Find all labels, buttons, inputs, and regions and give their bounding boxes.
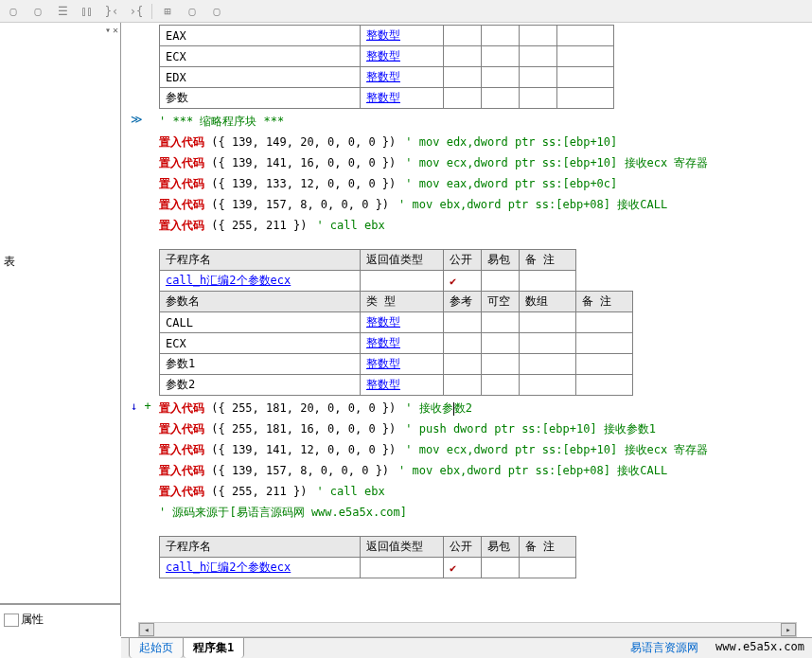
- tb-icon[interactable]: ›{: [127, 3, 146, 20]
- checkmark-icon: ✔: [444, 271, 482, 292]
- tb-icon[interactable]: }‹: [102, 3, 121, 20]
- panel-label: 表: [4, 254, 15, 270]
- type-link[interactable]: 整数型: [366, 357, 400, 370]
- footer: 易语言资源网 www.e5a5x.com: [630, 640, 804, 656]
- table-row: 参数2整数型: [160, 375, 633, 396]
- tab-program-set[interactable]: 程序集1: [183, 637, 244, 658]
- code-editor[interactable]: EAX整数型ECX整数型EDX整数型参数整数型 ≫ ' *** 缩略程序块 **…: [121, 23, 812, 636]
- tb-icon[interactable]: ⫿⫿: [78, 3, 97, 20]
- tb-icon[interactable]: ☰: [53, 3, 72, 20]
- code-line[interactable]: 置入代码 ({ 139, 141, 12, 0, 0, 0 })' mov ec…: [159, 439, 812, 460]
- subroutine-name-link[interactable]: call_h汇编2个参数ecx: [166, 274, 291, 287]
- tab-start[interactable]: 起始页: [129, 637, 184, 658]
- code-line[interactable]: 置入代码 ({ 139, 157, 8, 0, 0, 0 })' mov ebx…: [159, 460, 812, 481]
- tb-icon[interactable]: ▢: [183, 3, 202, 20]
- toolbar: ▢ ▢ ☰ ⫿⫿ }‹ ›{ ⊞ ▢ ▢: [0, 0, 812, 23]
- type-link[interactable]: 整数型: [366, 70, 400, 83]
- horizontal-scrollbar[interactable]: ◂ ▸: [138, 622, 797, 637]
- code-line[interactable]: 置入代码 ({ 255, 211 })' call ebx: [159, 215, 812, 236]
- type-link[interactable]: 整数型: [366, 315, 400, 329]
- table-row: EDX整数型: [160, 67, 614, 88]
- scroll-right-icon[interactable]: ▸: [781, 623, 796, 636]
- footer-site-name: 易语言资源网: [630, 640, 698, 656]
- source-comment: ' 源码来源于[易语言源码网 www.e5a5x.com]: [159, 502, 812, 523]
- type-link[interactable]: 整数型: [366, 49, 400, 62]
- subroutine-name-link[interactable]: call_h汇编2个参数ecx: [166, 560, 291, 574]
- tb-icon[interactable]: ▢: [4, 3, 23, 20]
- tb-icon[interactable]: ▢: [207, 3, 226, 20]
- properties-tab[interactable]: 属性: [0, 604, 120, 634]
- footer-url: www.e5a5x.com: [715, 640, 804, 656]
- expand-icon[interactable]: +: [144, 400, 150, 413]
- tb-icon[interactable]: ⊞: [158, 3, 177, 20]
- table-row: CALL整数型: [160, 312, 633, 333]
- code-line[interactable]: 置入代码 ({ 139, 149, 20, 0, 0, 0 })' mov ed…: [159, 132, 812, 152]
- table-row: ECX整数型: [160, 333, 633, 354]
- type-link[interactable]: 整数型: [366, 378, 400, 391]
- current-line-icon: ↓: [131, 400, 137, 413]
- code-line[interactable]: 置入代码 ({ 139, 133, 12, 0, 0, 0 })' mov ea…: [159, 173, 812, 194]
- code-line[interactable]: 置入代码 ({ 139, 157, 8, 0, 0, 0 })' mov ebx…: [159, 194, 812, 215]
- code-line[interactable]: 置入代码 ({ 139, 141, 16, 0, 0, 0 })' mov ec…: [159, 152, 812, 173]
- panel-min-icon[interactable]: ▾: [105, 25, 111, 35]
- checkmark-icon: ✔: [444, 558, 482, 578]
- code-line[interactable]: 置入代码 ({ 255, 181, 20, 0, 0, 0 })' 接收参数2: [159, 398, 812, 418]
- properties-icon: [4, 614, 19, 627]
- table-row: EAX整数型: [160, 26, 614, 46]
- table-row: 参数整数型: [160, 88, 614, 109]
- code-line[interactable]: 置入代码 ({ 255, 181, 16, 0, 0, 0 })' push d…: [159, 418, 812, 439]
- type-link[interactable]: 整数型: [366, 28, 400, 42]
- separator: [151, 4, 152, 19]
- left-panel: ▾ ✕ 表 属性: [0, 23, 121, 636]
- scroll-left-icon[interactable]: ◂: [139, 623, 154, 636]
- gutter-expand-icon[interactable]: ≫ ' *** 缩略程序块 ***: [159, 111, 812, 132]
- subroutine-table-3: 子程序名返回值类型公开易包备 注 call_h汇编2个参数ecx✔: [159, 536, 576, 578]
- subroutine-table: 子程序名返回值类型公开易包备 注 call_h汇编2个参数ecx✔ 参数名类 型…: [159, 249, 633, 396]
- tb-icon[interactable]: ▢: [28, 3, 47, 20]
- type-link[interactable]: 整数型: [366, 336, 400, 349]
- type-link[interactable]: 整数型: [366, 91, 400, 104]
- code-line[interactable]: 置入代码 ({ 255, 211 })' call ebx: [159, 481, 812, 502]
- params-table-1: EAX整数型ECX整数型EDX整数型参数整数型: [159, 25, 614, 109]
- table-row: ECX整数型: [160, 46, 614, 67]
- table-row: 参数1整数型: [160, 354, 633, 375]
- comment-line: ' *** 缩略程序块 ***: [159, 111, 812, 132]
- panel-close-icon[interactable]: ✕: [113, 25, 118, 35]
